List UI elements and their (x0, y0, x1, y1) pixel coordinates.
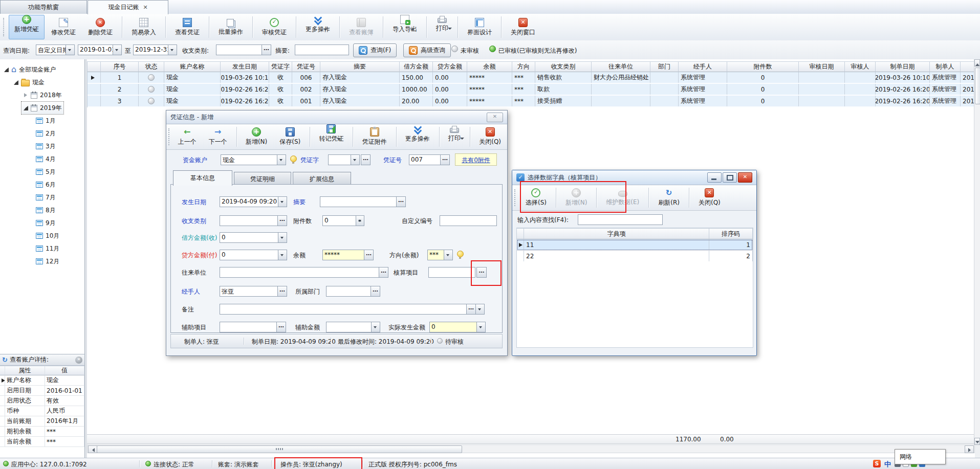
dropdown-icon[interactable] (278, 197, 287, 207)
date-mode-select[interactable]: 自定义日期 (36, 44, 75, 55)
dropdown-icon[interactable] (168, 45, 177, 55)
ellipsis-icon[interactable] (440, 155, 449, 165)
table-row[interactable]: 账户名称现金 (0, 375, 84, 386)
close-button[interactable]: 关闭(Q) (693, 186, 726, 209)
column-header-字典项[interactable]: 字典项 (524, 228, 709, 239)
column-header-最[interactable]: 最 (961, 61, 975, 72)
new-voucher-button[interactable]: 新增凭证 (9, 15, 45, 39)
close-icon[interactable] (738, 172, 752, 183)
audited-radio[interactable] (489, 46, 496, 52)
dropdown-caret-icon[interactable] (337, 138, 341, 142)
column-header-marker[interactable] (0, 366, 5, 375)
tab-basic-info[interactable]: 基本信息 (173, 170, 232, 186)
category-input[interactable] (220, 215, 287, 226)
remark-input[interactable] (220, 304, 485, 315)
column-header-审核人[interactable]: 审核人 (845, 61, 876, 72)
new-button[interactable]: 新增(N) (240, 125, 273, 148)
tab-function-nav[interactable]: 功能导航窗 (0, 0, 87, 14)
sogou-input-icon[interactable]: S (873, 460, 881, 467)
more-operations-button[interactable]: 更多操作 (300, 15, 336, 39)
dropdown-icon[interactable] (113, 45, 121, 55)
custom-no-input[interactable] (440, 215, 497, 226)
audit-voucher-button[interactable]: 审核凭证 (256, 15, 292, 39)
department-input[interactable] (326, 286, 380, 297)
ellipsis-icon[interactable] (466, 304, 475, 314)
aux-amount-input[interactable] (326, 322, 380, 332)
scroll-right-icon[interactable] (965, 445, 974, 453)
dict-search-input[interactable] (578, 214, 663, 225)
credit-input[interactable]: 0 (220, 250, 287, 260)
table-row[interactable]: 币种人民币 (0, 406, 84, 416)
table-row[interactable]: 2现金2019-02-26 16:20收002存入现金1000.000.00**… (88, 84, 975, 96)
close-button[interactable]: 关闭(Q) (473, 125, 507, 148)
column-header-贷方金额[interactable]: 贷方金额 (433, 61, 467, 72)
voucher-word-ellipsis-button[interactable] (361, 154, 371, 165)
dropdown-caret-icon[interactable] (448, 28, 452, 32)
column-header-摘要[interactable]: 摘要 (320, 61, 400, 72)
print-button[interactable]: 打印 (443, 125, 466, 148)
transfer-voucher-button[interactable]: 转记凭证 (313, 125, 349, 148)
ellipsis-icon[interactable] (379, 267, 388, 277)
edit-voucher-button[interactable]: 修改凭证 (46, 15, 81, 39)
dropdown-icon[interactable] (475, 304, 484, 314)
scroll-up-icon[interactable] (974, 59, 980, 66)
close-window-button[interactable]: 关闭窗口 (505, 15, 541, 39)
account-select[interactable]: 现金 (221, 154, 286, 165)
category-input[interactable] (216, 44, 271, 55)
voucher-attachment-button[interactable]: 凭证附件 (357, 125, 393, 148)
column-header-余额[interactable]: 余额 (467, 61, 512, 72)
debit-input[interactable]: 0 (220, 232, 287, 243)
counterparty-input[interactable] (220, 267, 388, 278)
close-icon[interactable] (487, 113, 503, 122)
column-header-部门[interactable]: 部门 (650, 61, 679, 72)
previous-button[interactable]: 上一个 (172, 125, 202, 148)
column-header-属性[interactable]: 属性 (5, 366, 45, 375)
column-header-审核日期[interactable]: 审核日期 (799, 61, 845, 72)
tree-item-9月[interactable]: 9月 (31, 217, 57, 229)
dropdown-caret-icon[interactable] (423, 138, 427, 142)
vertical-scrollbar[interactable] (974, 59, 980, 445)
print-button[interactable]: 打印 (430, 15, 454, 39)
table-row[interactable]: 期初余额*** (0, 427, 84, 437)
column-header-收支类别[interactable]: 收支类别 (535, 61, 592, 72)
next-button[interactable]: 下一个 (203, 125, 233, 148)
column-header-值[interactable]: 值 (45, 366, 84, 375)
tab-cash-journal[interactable]: 现金日记账 ✕ (88, 0, 168, 14)
tab-extended-info[interactable]: 扩展信息 (293, 172, 351, 186)
view-voucher-button[interactable]: 查看凭证 (169, 15, 205, 39)
network-popup[interactable]: 网络 (895, 449, 946, 464)
column-header-账户名称[interactable]: 账户名称 (164, 61, 221, 72)
column-header-排序码[interactable]: 排序码 (709, 228, 753, 239)
voucher-word-select[interactable] (328, 154, 360, 165)
column-header-marker[interactable] (88, 61, 101, 72)
ui-design-button[interactable]: 界面设计 (462, 15, 497, 39)
tree-item-3月[interactable]: 3月 (31, 140, 57, 152)
table-row[interactable]: 当前余额*** (0, 437, 84, 447)
column-header-凭证字[interactable]: 凭证字 (269, 61, 292, 72)
ellipsis-icon[interactable] (371, 286, 380, 296)
summary-input[interactable] (295, 44, 349, 55)
spinner-icon[interactable] (356, 216, 364, 226)
import-export-button[interactable]: 导入导出 (387, 15, 423, 39)
date-from-input[interactable]: 2019-01-01 (78, 44, 122, 55)
refresh-button[interactable]: 刷新(R) (652, 186, 685, 209)
tree-item-5月[interactable]: 5月 (31, 166, 57, 178)
tab-close-icon[interactable]: ✕ (143, 4, 147, 11)
accounting-item-input[interactable] (428, 267, 475, 278)
column-header-制单人[interactable]: 制单人 (930, 61, 961, 72)
ellipsis-icon[interactable] (276, 322, 286, 332)
more-operations-button[interactable]: 更多操作 (400, 125, 435, 148)
attach-count-stepper[interactable]: 0 (322, 215, 364, 226)
balance-input[interactable]: ***** (322, 250, 374, 260)
minimize-icon[interactable] (707, 172, 722, 183)
column-header-往来单位[interactable]: 往来单位 (592, 61, 650, 72)
ellipsis-icon[interactable] (396, 197, 405, 207)
column-header-序号[interactable]: 序号 (101, 61, 139, 72)
dropdown-icon[interactable] (278, 233, 287, 242)
search-button[interactable]: 查询(F) (353, 43, 397, 57)
dropdown-caret-icon[interactable] (460, 138, 464, 142)
tree-item-现金[interactable]: 现金 (12, 76, 46, 88)
horizontal-scrollbar[interactable] (87, 444, 975, 453)
scroll-left-icon[interactable] (88, 445, 97, 453)
scrollbar-thumb[interactable] (975, 68, 980, 104)
